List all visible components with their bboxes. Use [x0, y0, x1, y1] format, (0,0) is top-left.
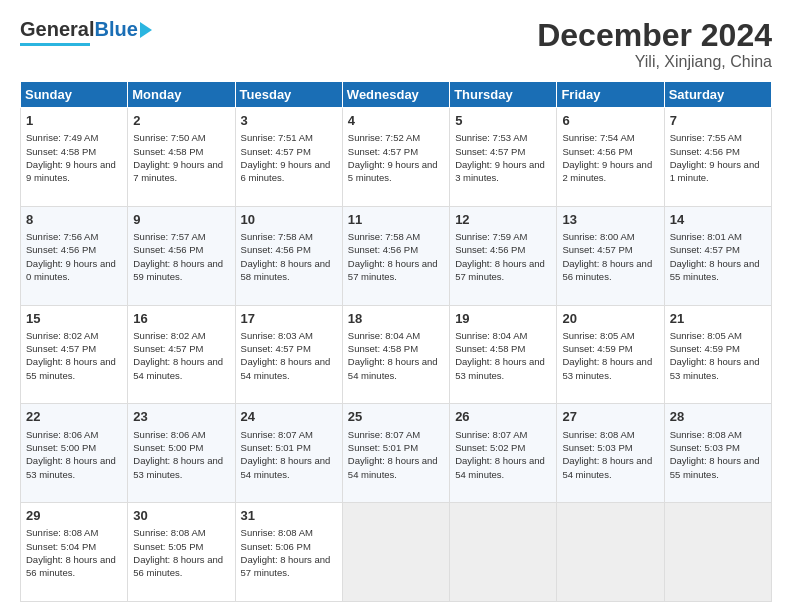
daylight-text: Daylight: 8 hours and 53 minutes.	[26, 455, 116, 479]
sunset-text: Sunset: 5:06 PM	[241, 541, 311, 552]
sunrise-text: Sunrise: 8:08 AM	[26, 527, 98, 538]
calendar-cell	[557, 503, 664, 602]
logo-arrow-icon	[140, 22, 152, 38]
logo-underline	[20, 43, 90, 46]
calendar-cell: 9Sunrise: 7:57 AMSunset: 4:56 PMDaylight…	[128, 206, 235, 305]
sunset-text: Sunset: 4:57 PM	[241, 343, 311, 354]
sunrise-text: Sunrise: 7:53 AM	[455, 132, 527, 143]
day-number: 21	[670, 310, 766, 328]
sunrise-text: Sunrise: 8:07 AM	[455, 429, 527, 440]
daylight-text: Daylight: 8 hours and 53 minutes.	[133, 455, 223, 479]
daylight-text: Daylight: 8 hours and 55 minutes.	[26, 356, 116, 380]
day-number: 5	[455, 112, 551, 130]
calendar-cell: 20Sunrise: 8:05 AMSunset: 4:59 PMDayligh…	[557, 305, 664, 404]
sunrise-text: Sunrise: 8:06 AM	[133, 429, 205, 440]
sunrise-text: Sunrise: 7:56 AM	[26, 231, 98, 242]
sunset-text: Sunset: 4:59 PM	[670, 343, 740, 354]
daylight-text: Daylight: 9 hours and 6 minutes.	[241, 159, 331, 183]
calendar-cell	[664, 503, 771, 602]
sunset-text: Sunset: 4:58 PM	[26, 146, 96, 157]
col-wednesday: Wednesday	[342, 82, 449, 108]
sunrise-text: Sunrise: 7:58 AM	[241, 231, 313, 242]
calendar-cell	[342, 503, 449, 602]
sunset-text: Sunset: 5:03 PM	[670, 442, 740, 453]
sunset-text: Sunset: 4:57 PM	[133, 343, 203, 354]
daylight-text: Daylight: 8 hours and 55 minutes.	[670, 455, 760, 479]
page: GeneralBlue December 2024 Yili, Xinjiang…	[0, 0, 792, 612]
day-number: 13	[562, 211, 658, 229]
daylight-text: Daylight: 9 hours and 9 minutes.	[26, 159, 116, 183]
calendar-cell: 10Sunrise: 7:58 AMSunset: 4:56 PMDayligh…	[235, 206, 342, 305]
calendar-header-row: Sunday Monday Tuesday Wednesday Thursday…	[21, 82, 772, 108]
sunset-text: Sunset: 5:04 PM	[26, 541, 96, 552]
calendar-cell: 25Sunrise: 8:07 AMSunset: 5:01 PMDayligh…	[342, 404, 449, 503]
day-number: 3	[241, 112, 337, 130]
daylight-text: Daylight: 8 hours and 54 minutes.	[455, 455, 545, 479]
sunrise-text: Sunrise: 7:49 AM	[26, 132, 98, 143]
logo-text: GeneralBlue	[20, 18, 138, 41]
daylight-text: Daylight: 8 hours and 54 minutes.	[241, 356, 331, 380]
day-number: 19	[455, 310, 551, 328]
day-number: 25	[348, 408, 444, 426]
daylight-text: Daylight: 9 hours and 7 minutes.	[133, 159, 223, 183]
sunrise-text: Sunrise: 8:02 AM	[133, 330, 205, 341]
calendar-cell: 4Sunrise: 7:52 AMSunset: 4:57 PMDaylight…	[342, 108, 449, 207]
sunrise-text: Sunrise: 8:04 AM	[348, 330, 420, 341]
sunrise-text: Sunrise: 8:05 AM	[562, 330, 634, 341]
sunset-text: Sunset: 5:01 PM	[241, 442, 311, 453]
day-number: 16	[133, 310, 229, 328]
sunrise-text: Sunrise: 8:03 AM	[241, 330, 313, 341]
daylight-text: Daylight: 9 hours and 3 minutes.	[455, 159, 545, 183]
sunset-text: Sunset: 4:57 PM	[455, 146, 525, 157]
sunrise-text: Sunrise: 7:51 AM	[241, 132, 313, 143]
day-number: 17	[241, 310, 337, 328]
sunrise-text: Sunrise: 8:08 AM	[241, 527, 313, 538]
header: GeneralBlue December 2024 Yili, Xinjiang…	[20, 18, 772, 71]
day-number: 31	[241, 507, 337, 525]
page-subtitle: Yili, Xinjiang, China	[537, 53, 772, 71]
col-saturday: Saturday	[664, 82, 771, 108]
daylight-text: Daylight: 9 hours and 2 minutes.	[562, 159, 652, 183]
calendar-week-row: 22Sunrise: 8:06 AMSunset: 5:00 PMDayligh…	[21, 404, 772, 503]
day-number: 10	[241, 211, 337, 229]
daylight-text: Daylight: 8 hours and 56 minutes.	[26, 554, 116, 578]
calendar-cell: 22Sunrise: 8:06 AMSunset: 5:00 PMDayligh…	[21, 404, 128, 503]
daylight-text: Daylight: 8 hours and 57 minutes.	[455, 258, 545, 282]
sunset-text: Sunset: 4:57 PM	[241, 146, 311, 157]
sunset-text: Sunset: 5:00 PM	[133, 442, 203, 453]
calendar-cell: 30Sunrise: 8:08 AMSunset: 5:05 PMDayligh…	[128, 503, 235, 602]
sunrise-text: Sunrise: 8:08 AM	[670, 429, 742, 440]
day-number: 11	[348, 211, 444, 229]
daylight-text: Daylight: 8 hours and 57 minutes.	[241, 554, 331, 578]
calendar-cell: 29Sunrise: 8:08 AMSunset: 5:04 PMDayligh…	[21, 503, 128, 602]
calendar-cell: 18Sunrise: 8:04 AMSunset: 4:58 PMDayligh…	[342, 305, 449, 404]
calendar-cell: 19Sunrise: 8:04 AMSunset: 4:58 PMDayligh…	[450, 305, 557, 404]
calendar-cell: 16Sunrise: 8:02 AMSunset: 4:57 PMDayligh…	[128, 305, 235, 404]
calendar-cell: 11Sunrise: 7:58 AMSunset: 4:56 PMDayligh…	[342, 206, 449, 305]
day-number: 2	[133, 112, 229, 130]
sunset-text: Sunset: 4:58 PM	[133, 146, 203, 157]
calendar-cell: 3Sunrise: 7:51 AMSunset: 4:57 PMDaylight…	[235, 108, 342, 207]
day-number: 27	[562, 408, 658, 426]
calendar-cell: 17Sunrise: 8:03 AMSunset: 4:57 PMDayligh…	[235, 305, 342, 404]
day-number: 7	[670, 112, 766, 130]
sunrise-text: Sunrise: 8:00 AM	[562, 231, 634, 242]
col-monday: Monday	[128, 82, 235, 108]
sunset-text: Sunset: 5:01 PM	[348, 442, 418, 453]
sunrise-text: Sunrise: 8:07 AM	[348, 429, 420, 440]
day-number: 29	[26, 507, 122, 525]
sunset-text: Sunset: 4:57 PM	[670, 244, 740, 255]
calendar-table: Sunday Monday Tuesday Wednesday Thursday…	[20, 81, 772, 602]
sunrise-text: Sunrise: 7:58 AM	[348, 231, 420, 242]
daylight-text: Daylight: 8 hours and 54 minutes.	[562, 455, 652, 479]
sunset-text: Sunset: 4:59 PM	[562, 343, 632, 354]
day-number: 6	[562, 112, 658, 130]
sunset-text: Sunset: 4:57 PM	[562, 244, 632, 255]
calendar-cell: 26Sunrise: 8:07 AMSunset: 5:02 PMDayligh…	[450, 404, 557, 503]
sunset-text: Sunset: 4:56 PM	[348, 244, 418, 255]
daylight-text: Daylight: 8 hours and 54 minutes.	[241, 455, 331, 479]
calendar-week-row: 29Sunrise: 8:08 AMSunset: 5:04 PMDayligh…	[21, 503, 772, 602]
daylight-text: Daylight: 8 hours and 54 minutes.	[348, 455, 438, 479]
sunrise-text: Sunrise: 8:01 AM	[670, 231, 742, 242]
sunrise-text: Sunrise: 7:59 AM	[455, 231, 527, 242]
